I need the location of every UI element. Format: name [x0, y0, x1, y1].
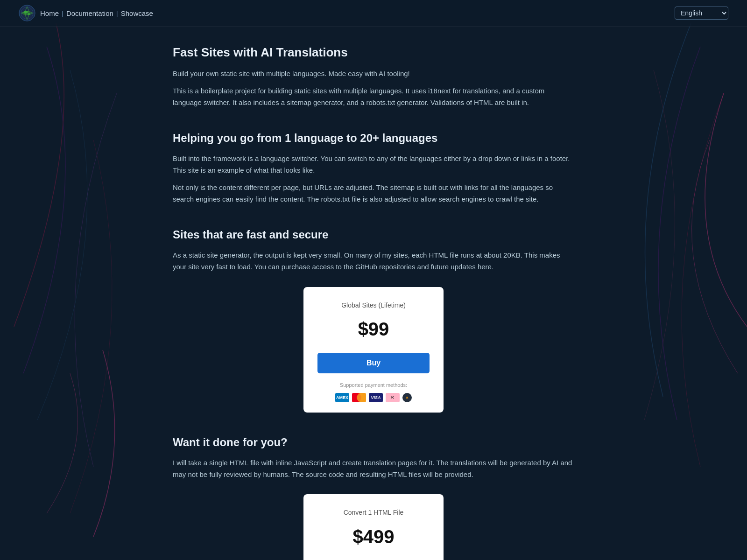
languages-section: Helping you go from 1 language to 20+ la… [173, 132, 574, 205]
languages-para2: Not only is the content different per pa… [173, 182, 574, 205]
hero-subtitle: Build your own static site with multiple… [173, 68, 574, 80]
amazon-icon: a [402, 393, 412, 402]
nav-sep-1: | [62, 9, 63, 17]
nav-showcase-link[interactable]: Showcase [121, 9, 153, 17]
nav-left: Home | Documentation | Showcase [19, 5, 153, 21]
main-content: Fast Sites with AI Translations Build yo… [163, 27, 584, 560]
svg-point-4 [28, 13, 30, 15]
klarna-icon: K [386, 393, 400, 402]
payment-methods-label-1: Supported payment methods: [317, 381, 430, 389]
fast-secure-description: As a static site generator, the output i… [173, 250, 574, 273]
pricing-card-1: Global Sites (Lifetime) $99 Buy Supporte… [303, 287, 444, 413]
done-for-you-description: I will take a single HTML file with inli… [173, 457, 574, 481]
nav-links: Home | Documentation | Showcase [40, 9, 153, 17]
price-1: $99 [317, 314, 430, 344]
languages-title: Helping you go from 1 language to 20+ la… [173, 132, 574, 145]
mastercard-icon [352, 393, 366, 402]
amex-icon: AMEX [335, 393, 349, 402]
fast-secure-section: Sites that are fast and secure As a stat… [173, 228, 574, 413]
hero-title: Fast Sites with AI Translations [173, 45, 574, 60]
language-selector[interactable]: English Spanish French German Japanese C… [675, 7, 728, 20]
svg-point-6 [357, 393, 365, 402]
nav-documentation-link[interactable]: Documentation [66, 9, 113, 17]
site-logo [19, 5, 35, 21]
fast-secure-title: Sites that are fast and secure [173, 228, 574, 241]
navbar: Home | Documentation | Showcase English … [0, 0, 747, 27]
payment-icons-1: AMEX VISA K a [317, 393, 430, 402]
buy-button-1[interactable]: Buy [317, 353, 430, 373]
done-for-you-section: Want it done for you? I will take a sing… [173, 436, 574, 560]
pricing-card-2: Convert 1 HTML File $499 Buy Supported p… [303, 494, 444, 560]
hero-section: Fast Sites with AI Translations Build yo… [173, 45, 574, 108]
plan-name-2: Convert 1 HTML File [317, 507, 430, 518]
plan-name-1: Global Sites (Lifetime) [317, 300, 430, 311]
languages-para1: Built into the framework is a language s… [173, 153, 574, 176]
hero-description: This is a boilerplate project for buildi… [173, 85, 574, 109]
done-for-you-title: Want it done for you? [173, 436, 574, 449]
nav-sep-2: | [116, 9, 118, 17]
nav-home-link[interactable]: Home [40, 9, 59, 17]
visa-icon: VISA [369, 393, 383, 402]
price-2: $499 [317, 521, 430, 552]
